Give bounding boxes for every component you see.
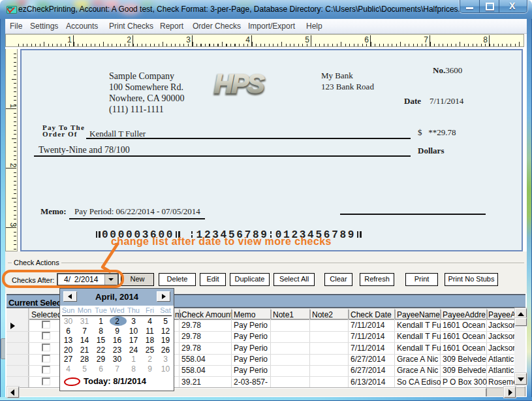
svg-text:HPS: HPS	[214, 69, 265, 97]
